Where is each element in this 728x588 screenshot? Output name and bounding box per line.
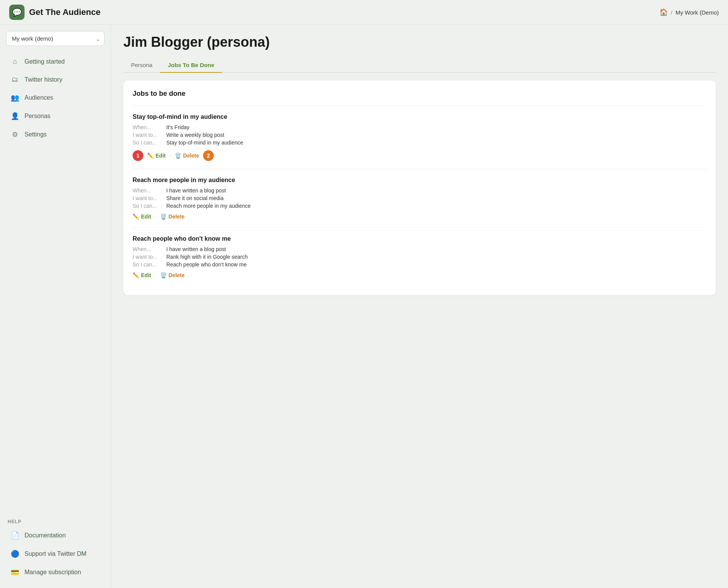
workspace-selector[interactable]: My work (demo) (6, 31, 105, 46)
sidebar-label-twitter-history: Twitter history (25, 76, 62, 83)
tab-jobs-to-be-done[interactable]: Jobs To Be Done (160, 58, 222, 73)
edit-label-1: Edit (156, 153, 166, 159)
job-label-when-2: When... (133, 187, 163, 194)
breadcrumb-separator: / (671, 9, 672, 16)
job-value-when-3: I have written a blog post (166, 246, 226, 252)
delete-label-2: Delete (169, 214, 185, 220)
sidebar: My work (demo) ⌂ Getting started 🗂 Twitt… (0, 25, 111, 588)
job-value-so-1: Stay top-of-mind in my audience (166, 140, 243, 146)
sidebar-label-manage-subscription: Manage subscription (25, 569, 81, 576)
delete-button-3[interactable]: 🗑️ Delete (160, 272, 185, 278)
sidebar-item-documentation[interactable]: 📄 Documentation (3, 527, 108, 544)
job-row-want-3: I want to... Rank high with it in Google… (133, 254, 707, 260)
job-label-when-3: When... (133, 246, 163, 252)
edit-label-3: Edit (141, 272, 151, 278)
job-label-so-2: So I can... (133, 203, 163, 209)
delete-label-3: Delete (169, 272, 185, 278)
breadcrumb: 🏠 / My Work (Demo) (659, 8, 719, 16)
page-title: Jim Blogger (persona) (123, 34, 716, 50)
app-logo: 💬 (9, 5, 25, 20)
audiences-icon: 👥 (11, 94, 19, 102)
job-row-so-1: So I can... Stay top-of-mind in my audie… (133, 140, 707, 146)
job-label-want-2: I want to... (133, 195, 163, 201)
delete-icon-3: 🗑️ (160, 272, 167, 278)
job-actions-3: ✏️ Edit · 🗑️ Delete (133, 272, 707, 278)
delete-button-1[interactable]: 🗑️ Delete (175, 153, 199, 159)
sidebar-item-personas[interactable]: 👤 Personas (3, 107, 108, 125)
help-label: HELP (0, 516, 111, 526)
job-label-so-1: So I can... (133, 140, 163, 146)
job-actions-2: ✏️ Edit · 🗑️ Delete (133, 214, 707, 220)
delete-icon-1: 🗑️ (175, 153, 181, 159)
sidebar-label-settings: Settings (25, 131, 47, 138)
job-label-want-3: I want to... (133, 254, 163, 260)
documentation-icon: 📄 (11, 531, 19, 540)
job-value-want-3: Rank high with it in Google search (166, 254, 248, 260)
job-title-3: Reach people who don't know me (133, 235, 707, 242)
action-sep-3: · (155, 273, 156, 278)
job-value-when-2: I have written a blog post (166, 187, 226, 194)
badge-1: 1 (133, 150, 143, 161)
settings-icon: ⚙ (11, 130, 19, 139)
job-value-so-2: Reach more people in my audience (166, 203, 251, 209)
support-icon: 🔵 (11, 550, 19, 558)
sidebar-label-personas: Personas (25, 113, 51, 120)
app-title: Get The Audience (29, 7, 100, 17)
main-layout: My work (demo) ⌂ Getting started 🗂 Twitt… (0, 25, 728, 588)
workspace-select[interactable]: My work (demo) (6, 31, 105, 46)
sidebar-item-settings[interactable]: ⚙ Settings (3, 126, 108, 143)
action-sep-2: · (155, 214, 156, 219)
top-header: 💬 Get The Audience 🏠 / My Work (Demo) (0, 0, 728, 25)
jobs-container: Jobs to be done Stay top-of-mind in my a… (123, 80, 716, 295)
breadcrumb-page: My Work (Demo) (676, 9, 719, 16)
job-title-2: Reach more people in my audience (133, 177, 707, 184)
job-value-when-1: It's Friday (166, 124, 189, 130)
badge-2: 2 (203, 150, 214, 161)
job-row-want-1: I want to... Write a weekly blog post (133, 132, 707, 138)
edit-icon-1: ✏️ (147, 153, 154, 159)
sidebar-item-twitter-history[interactable]: 🗂 Twitter history (3, 71, 108, 88)
logo-icon: 💬 (12, 8, 22, 17)
delete-button-2[interactable]: 🗑️ Delete (160, 214, 185, 220)
tabs: Persona Jobs To Be Done (123, 58, 716, 73)
sidebar-label-documentation: Documentation (25, 532, 66, 539)
sidebar-item-audiences[interactable]: 👥 Audiences (3, 89, 108, 107)
job-value-so-3: Reach people who don't know me (166, 261, 247, 268)
sidebar-item-manage-subscription[interactable]: 💳 Manage subscription (3, 563, 108, 581)
sidebar-item-support[interactable]: 🔵 Support via Twitter DM (3, 545, 108, 563)
personas-icon: 👤 (11, 112, 19, 120)
edit-button-2[interactable]: ✏️ Edit (133, 214, 151, 220)
sidebar-label-getting-started: Getting started (25, 58, 65, 65)
subscription-icon: 💳 (11, 568, 19, 577)
delete-label-1: Delete (183, 153, 199, 159)
job-card-1: Stay top-of-mind in my audience When... … (133, 105, 707, 169)
tab-persona[interactable]: Persona (123, 58, 160, 73)
job-row-so-3: So I can... Reach people who don't know … (133, 261, 707, 268)
job-label-want-1: I want to... (133, 132, 163, 138)
job-title-1: Stay top-of-mind in my audience (133, 113, 707, 120)
job-actions-1: 1 ✏️ Edit · 🗑️ Delete 2 (133, 150, 707, 161)
job-label-when-1: When... (133, 124, 163, 130)
home-nav-icon: ⌂ (11, 57, 19, 66)
job-row-when-2: When... I have written a blog post (133, 187, 707, 194)
job-value-want-1: Write a weekly blog post (166, 132, 224, 138)
sidebar-item-getting-started[interactable]: ⌂ Getting started (3, 53, 108, 70)
job-row-so-2: So I can... Reach more people in my audi… (133, 203, 707, 209)
sidebar-label-audiences: Audiences (25, 94, 53, 101)
edit-label-2: Edit (141, 214, 151, 220)
job-card-2: Reach more people in my audience When...… (133, 169, 707, 227)
job-row-when-3: When... I have written a blog post (133, 246, 707, 252)
home-icon[interactable]: 🏠 (659, 8, 668, 16)
jobs-section-title: Jobs to be done (133, 90, 707, 98)
action-sep-1: · (169, 153, 171, 158)
job-label-so-3: So I can... (133, 261, 163, 268)
nav-section: ⌂ Getting started 🗂 Twitter history 👥 Au… (0, 52, 111, 516)
edit-button-1[interactable]: ✏️ Edit (147, 153, 166, 159)
edit-button-3[interactable]: ✏️ Edit (133, 272, 151, 278)
job-row-when-1: When... It's Friday (133, 124, 707, 130)
job-row-want-2: I want to... Share it on social media (133, 195, 707, 201)
edit-icon-3: ✏️ (133, 272, 139, 278)
job-value-want-2: Share it on social media (166, 195, 223, 201)
job-card-3: Reach people who don't know me When... I… (133, 227, 707, 286)
content-area: Jim Blogger (persona) Persona Jobs To Be… (111, 25, 728, 588)
